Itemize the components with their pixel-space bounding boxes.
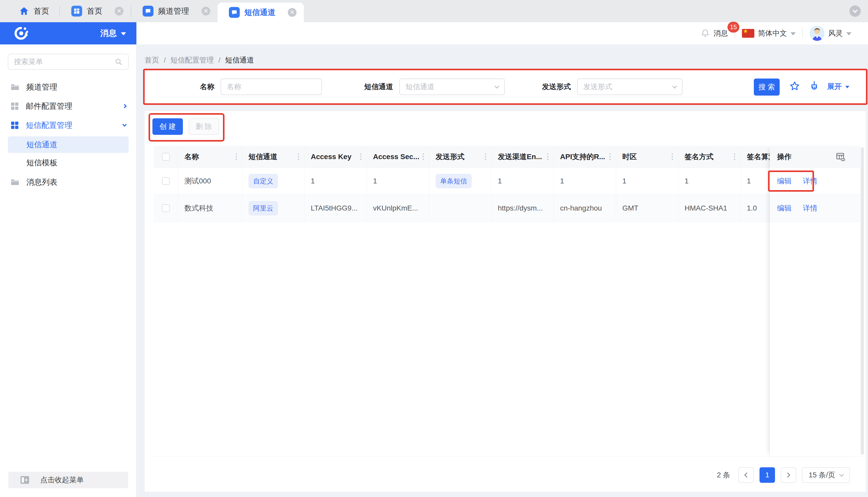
cell-access-secret: 1: [373, 177, 377, 185]
sidebar-item-label: 邮件配置管理: [26, 101, 116, 112]
search-button[interactable]: 搜 索: [754, 79, 780, 96]
send-type-tag: 单条短信: [436, 174, 472, 188]
row-checkbox[interactable]: [162, 177, 170, 185]
filter-send-type-group: 发送形式 发送形式: [542, 79, 683, 95]
folder-icon: [10, 178, 20, 187]
row-checkbox[interactable]: [162, 204, 170, 212]
collapse-panel-icon: [20, 475, 30, 485]
column-menu-icon[interactable]: [236, 154, 237, 160]
tabbar-chevron-down-icon[interactable]: [850, 5, 861, 17]
breadcrumb-current: 短信通道: [225, 55, 254, 65]
column-header: 名称: [184, 152, 236, 162]
user-menu[interactable]: 风灵: [810, 26, 852, 41]
column-header: 时区: [622, 152, 672, 162]
select-all-checkbox[interactable]: [162, 153, 170, 161]
column-menu-icon[interactable]: [485, 154, 486, 160]
delete-button[interactable]: 删 除: [188, 118, 219, 135]
tab-label: 短信通道: [244, 7, 275, 18]
messages-badge: 15: [727, 22, 739, 32]
cell-name: 数式科技: [184, 203, 213, 213]
column-menu-icon[interactable]: [609, 154, 611, 160]
edit-link[interactable]: 编辑: [777, 176, 792, 186]
expand-label: 展开: [827, 82, 842, 91]
page-size-select[interactable]: 15 条/页: [802, 467, 850, 483]
caret-down-icon: [846, 32, 852, 36]
caret-down-icon: [791, 32, 796, 36]
sidebar-item-label: 短信配置管理: [26, 120, 116, 131]
close-icon[interactable]: ✕: [201, 7, 210, 15]
row-actions: 编辑 详情: [770, 195, 860, 222]
caret-down-icon: [121, 32, 126, 36]
cell-name: 测试000: [184, 176, 211, 186]
column-header: 短信通道: [248, 152, 298, 162]
column-menu-icon[interactable]: [672, 154, 673, 160]
collapse-menu-button[interactable]: 点击收起菜单: [8, 472, 128, 488]
detail-link[interactable]: 详情: [803, 176, 817, 186]
total-count: 2 条: [717, 470, 730, 480]
tab-dashboard[interactable]: 首页 ✕: [60, 0, 131, 22]
sidebar-item-sms-channel[interactable]: 短信通道: [8, 137, 129, 153]
breadcrumb-sms-config[interactable]: 短信配置管理: [171, 55, 214, 65]
breadcrumb-home[interactable]: 首页: [145, 55, 159, 65]
menu-search[interactable]: [8, 54, 129, 70]
clear-filter-broom-icon[interactable]: [808, 81, 820, 93]
close-icon[interactable]: ✕: [288, 8, 297, 17]
close-icon[interactable]: ✕: [115, 7, 124, 15]
send-type-filter-select[interactable]: 发送形式: [577, 79, 683, 95]
sidebar-item-message-list[interactable]: 消息列表: [0, 173, 137, 192]
chevron-down-icon: [839, 472, 844, 477]
column-header: 操作: [777, 152, 836, 162]
notifications-button[interactable]: 消息 15: [701, 28, 728, 38]
sidebar-item-sms-config[interactable]: 短信配置管理: [0, 116, 137, 135]
app-switcher[interactable]: 消息: [100, 28, 126, 39]
breadcrumb-separator: /: [218, 56, 220, 64]
data-table: 名称 短信通道 Access Key Access Sec... 发送形式 发送…: [154, 146, 860, 222]
create-button[interactable]: 创 建: [153, 118, 183, 135]
prev-page-button[interactable]: [738, 467, 754, 483]
sidebar-item-channel-mgmt[interactable]: 频道管理: [0, 77, 137, 97]
expand-filters-button[interactable]: 展开: [827, 82, 850, 91]
column-settings-icon[interactable]: [836, 152, 846, 162]
chevron-down-icon: [495, 84, 499, 88]
tab-label: 频道管理: [158, 6, 189, 16]
edit-link[interactable]: 编辑: [777, 203, 792, 213]
sidebar: 频道管理 邮件配置管理 短信配置管理 短信通道 短信模板 消息列表 点击收起菜单: [0, 44, 137, 497]
grid-icon: [10, 121, 19, 130]
column-menu-icon[interactable]: [423, 154, 424, 160]
search-icon: [115, 58, 123, 66]
chat-tile-icon: [143, 6, 154, 16]
tab-sms-channel-active[interactable]: 短信通道 ✕: [217, 3, 304, 22]
filter-panel: 名称 短信通道 短信通道 发送形式 发送形式 搜 索 展开: [145, 70, 866, 103]
column-header: Access Sec...: [373, 153, 423, 161]
tab-home[interactable]: 首页: [0, 0, 59, 22]
next-page-button[interactable]: [781, 467, 796, 483]
menu-search-input[interactable]: [14, 58, 107, 66]
cell-endpoint: https://dysm...: [498, 204, 543, 212]
cell-access-key: 1: [311, 177, 315, 185]
column-menu-icon[interactable]: [298, 154, 299, 160]
chat-tile-icon: [229, 7, 240, 18]
table-scrollbar[interactable]: [861, 147, 864, 455]
column-menu-icon[interactable]: [360, 154, 361, 160]
table-header-row: 名称 短信通道 Access Key Access Sec... 发送形式 发送…: [154, 146, 860, 168]
sidebar-item-label: 消息列表: [26, 177, 126, 187]
breadcrumb-separator: /: [164, 56, 166, 64]
column-header: 签名方式: [685, 152, 734, 162]
tab-label: 首页: [87, 6, 102, 16]
cell-sign-method: 1: [685, 177, 689, 185]
app-name-label: 消息: [100, 28, 117, 39]
name-filter-input[interactable]: [220, 79, 322, 95]
column-menu-icon[interactable]: [547, 154, 549, 160]
favorite-star-icon[interactable]: [789, 81, 800, 93]
column-menu-icon[interactable]: [734, 154, 735, 160]
collapse-menu-label: 点击收起菜单: [40, 475, 84, 485]
tab-channel-mgmt[interactable]: 频道管理 ✕: [131, 0, 217, 22]
language-switcher[interactable]: ★ 简体中文: [742, 28, 796, 38]
sidebar-item-sms-template[interactable]: 短信模板: [8, 155, 129, 171]
channel-filter-select[interactable]: 短信通道: [399, 79, 505, 95]
detail-link[interactable]: 详情: [803, 203, 817, 213]
chevron-left-icon: [744, 472, 750, 478]
current-page-button[interactable]: 1: [759, 467, 775, 483]
sidebar-item-mail-config[interactable]: 邮件配置管理: [0, 97, 137, 116]
column-header: 发送形式: [436, 152, 485, 162]
